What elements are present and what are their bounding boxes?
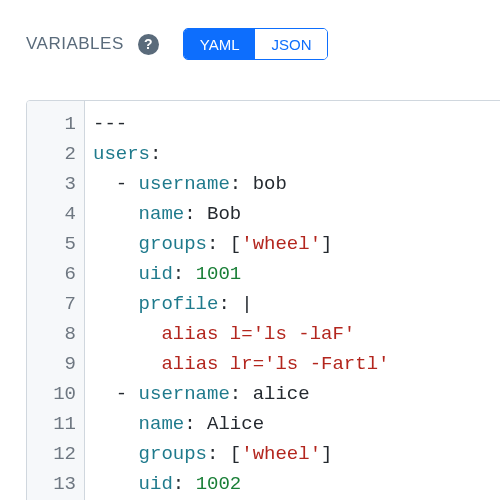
line-number: 9 bbox=[27, 349, 76, 379]
code-token: --- bbox=[93, 113, 127, 135]
format-toggle: YAML JSON bbox=[183, 28, 329, 60]
code-line: alias l='ls -laF' bbox=[93, 319, 389, 349]
code-token: groups bbox=[139, 443, 207, 465]
line-number: 3 bbox=[27, 169, 76, 199]
code-token bbox=[93, 323, 161, 345]
code-token: ] bbox=[321, 233, 332, 255]
code-token: : bbox=[150, 143, 161, 165]
code-content[interactable]: ---users: - username: bob name: Bob grou… bbox=[85, 101, 389, 500]
line-number: 5 bbox=[27, 229, 76, 259]
code-token: 1001 bbox=[196, 263, 242, 285]
code-token: - bbox=[93, 173, 139, 195]
code-token bbox=[93, 293, 139, 315]
code-token: bob bbox=[253, 173, 287, 195]
code-token bbox=[93, 233, 139, 255]
code-token: : bbox=[230, 383, 253, 405]
line-number: 10 bbox=[27, 379, 76, 409]
code-token: : bbox=[173, 263, 196, 285]
code-token: ] bbox=[321, 443, 332, 465]
code-line: name: Alice bbox=[93, 409, 389, 439]
code-line: uid: 1002 bbox=[93, 469, 389, 499]
line-number: 12 bbox=[27, 439, 76, 469]
code-token: : [ bbox=[207, 233, 241, 255]
line-number: 11 bbox=[27, 409, 76, 439]
line-number: 1 bbox=[27, 109, 76, 139]
code-token: users bbox=[93, 143, 150, 165]
line-number: 2 bbox=[27, 139, 76, 169]
line-number: 6 bbox=[27, 259, 76, 289]
code-editor[interactable]: 12345678910111213 ---users: - username: … bbox=[26, 100, 500, 500]
code-token: groups bbox=[139, 233, 207, 255]
code-token: username bbox=[139, 173, 230, 195]
code-token: - bbox=[93, 383, 139, 405]
code-token: name bbox=[139, 413, 185, 435]
line-number: 13 bbox=[27, 469, 76, 499]
code-token: : bbox=[184, 413, 207, 435]
code-token bbox=[93, 413, 139, 435]
code-line: name: Bob bbox=[93, 199, 389, 229]
code-token bbox=[93, 473, 139, 495]
code-token bbox=[93, 353, 161, 375]
code-line: groups: ['wheel'] bbox=[93, 439, 389, 469]
code-token: alias l='ls -laF' bbox=[161, 323, 355, 345]
code-token bbox=[93, 263, 139, 285]
code-line: groups: ['wheel'] bbox=[93, 229, 389, 259]
code-line: - username: bob bbox=[93, 169, 389, 199]
code-token: alice bbox=[253, 383, 310, 405]
code-token: name bbox=[139, 203, 185, 225]
code-line: alias lr='ls -Fartl' bbox=[93, 349, 389, 379]
line-number: 7 bbox=[27, 289, 76, 319]
code-token: uid bbox=[139, 473, 173, 495]
section-title: VARIABLES bbox=[26, 34, 124, 54]
code-token: username bbox=[139, 383, 230, 405]
code-token: Alice bbox=[207, 413, 264, 435]
toggle-yaml[interactable]: YAML bbox=[184, 29, 256, 59]
code-token: 'wheel' bbox=[241, 233, 321, 255]
code-token: profile bbox=[139, 293, 219, 315]
code-token: : bbox=[173, 473, 196, 495]
help-icon[interactable]: ? bbox=[138, 34, 159, 55]
code-line: - username: alice bbox=[93, 379, 389, 409]
variables-header: VARIABLES ? YAML JSON bbox=[0, 0, 500, 70]
code-token: uid bbox=[139, 263, 173, 285]
line-number-gutter: 12345678910111213 bbox=[27, 101, 85, 500]
code-line: --- bbox=[93, 109, 389, 139]
code-token: : bbox=[218, 293, 241, 315]
code-token bbox=[93, 203, 139, 225]
code-token: alias lr='ls -Fartl' bbox=[161, 353, 389, 375]
line-number: 8 bbox=[27, 319, 76, 349]
code-token bbox=[93, 443, 139, 465]
code-token: | bbox=[241, 293, 252, 315]
toggle-json[interactable]: JSON bbox=[255, 29, 327, 59]
code-token: : bbox=[184, 203, 207, 225]
code-token: : [ bbox=[207, 443, 241, 465]
code-token: Bob bbox=[207, 203, 241, 225]
code-token: : bbox=[230, 173, 253, 195]
code-token: 'wheel' bbox=[241, 443, 321, 465]
code-line: users: bbox=[93, 139, 389, 169]
code-line: profile: | bbox=[93, 289, 389, 319]
code-token: 1002 bbox=[196, 473, 242, 495]
line-number: 4 bbox=[27, 199, 76, 229]
code-line: uid: 1001 bbox=[93, 259, 389, 289]
